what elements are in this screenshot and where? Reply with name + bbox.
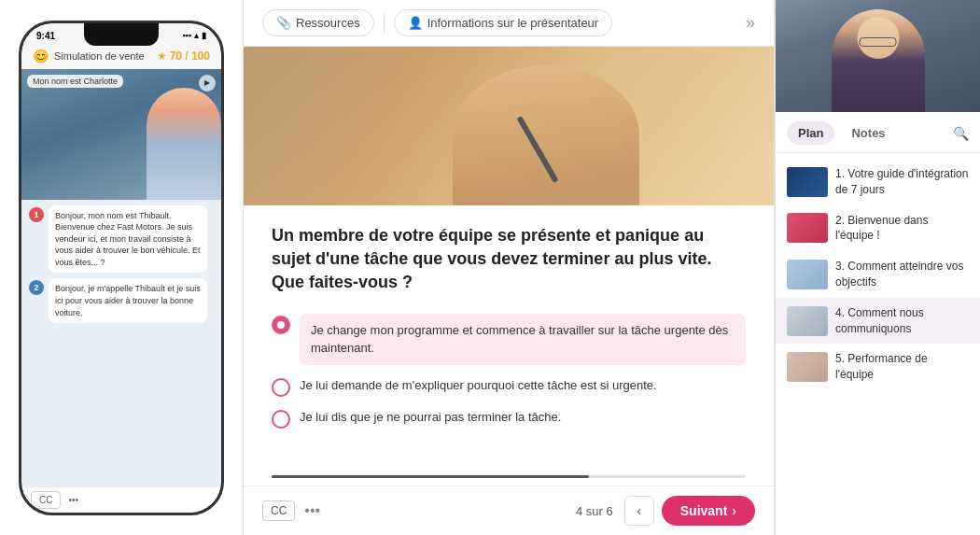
content-area: Un membre de votre équipe se présente et… bbox=[244, 47, 774, 535]
slide-list: 1. Votre guide d'intégration de 7 jours … bbox=[776, 153, 980, 535]
search-icon[interactable]: 🔍 bbox=[953, 126, 969, 141]
phone-status-icons: ▪▪▪ ▴ ▮ bbox=[182, 31, 206, 40]
nav-chevron-right-icon[interactable]: » bbox=[746, 13, 755, 33]
slide-thumb-1 bbox=[787, 167, 828, 197]
phone-notch bbox=[84, 23, 159, 46]
phone-chat: 1 Bonjour, mon nom est Thibault. Bienven… bbox=[21, 200, 221, 486]
phone-frame: 9:41 ▪▪▪ ▴ ▮ 😊 Simulation de vente ★ 70 … bbox=[19, 21, 224, 515]
option-item-1[interactable]: Je change mon programme et commence à tr… bbox=[272, 314, 746, 365]
top-nav: 📎 Ressources 👤 Informations sur le prése… bbox=[244, 0, 774, 47]
slide-item-text-3: 3. Comment atteindre vos objectifs bbox=[835, 259, 969, 290]
sidebar-tabs: Plan Notes 🔍 bbox=[776, 112, 980, 153]
phone-app-title: Simulation de vente bbox=[54, 50, 145, 62]
more-options-button[interactable]: ••• bbox=[304, 502, 320, 519]
play-button[interactable]: ▶ bbox=[199, 75, 216, 92]
page-info: 4 sur 6 bbox=[576, 504, 613, 518]
presenter-info-tab[interactable]: 👤 Informations sur le présentateur bbox=[394, 9, 613, 36]
phone-time: 9:41 bbox=[36, 31, 55, 41]
chat-num-1: 1 bbox=[29, 207, 44, 222]
phone-video-area[interactable]: Mon nom est Charlotte ▶ bbox=[21, 69, 221, 200]
chat-num-2: 2 bbox=[29, 280, 44, 295]
question-section: Un membre de votre équipe se présente et… bbox=[244, 205, 774, 475]
resources-label: Ressources bbox=[296, 16, 360, 30]
slide-item-4[interactable]: 4. Comment nous communiquons bbox=[776, 298, 980, 345]
radio-btn-2[interactable] bbox=[272, 378, 290, 397]
slide-item-5[interactable]: 5. Performance de l'équipe bbox=[776, 344, 980, 390]
presenter-icon: 👤 bbox=[408, 16, 423, 30]
chat-text-2: Bonjour, je m'appelle Thibault et je sui… bbox=[49, 278, 207, 323]
phone-dots-btn[interactable]: ••• bbox=[68, 495, 78, 505]
bottom-bar: CC ••• 4 sur 6 ‹ Suivant › bbox=[244, 486, 774, 535]
bottom-nav-buttons: ‹ Suivant › bbox=[624, 496, 755, 526]
video-bg bbox=[21, 69, 221, 200]
resources-tab[interactable]: 📎 Ressources bbox=[262, 9, 374, 36]
phone-screen: 9:41 ▪▪▪ ▴ ▮ 😊 Simulation de vente ★ 70 … bbox=[21, 23, 221, 513]
phone-app-header: 😊 Simulation de vente ★ 70 / 100 bbox=[21, 45, 221, 69]
radio-btn-3[interactable] bbox=[272, 410, 290, 429]
option-text-3: Je lui dis que je ne pourrai pas termine… bbox=[300, 408, 561, 427]
phone-section: 9:41 ▪▪▪ ▴ ▮ 😊 Simulation de vente ★ 70 … bbox=[0, 0, 243, 535]
center-section: 📎 Ressources 👤 Informations sur le prése… bbox=[243, 0, 775, 535]
progress-bar-fill bbox=[272, 475, 589, 478]
slide-item-text-4: 4. Comment nous communiquons bbox=[835, 305, 969, 337]
right-sidebar: Plan Notes 🔍 1. Votre guide d'intégratio… bbox=[775, 0, 980, 535]
slide-item-1[interactable]: 1. Votre guide d'intégration de 7 jours bbox=[776, 159, 980, 205]
phone-emoji: 😊 bbox=[33, 49, 49, 63]
slide-item-2[interactable]: 2. Bienvenue dans l'équipe ! bbox=[776, 205, 980, 252]
nav-separator bbox=[384, 14, 385, 33]
tab-plan[interactable]: Plan bbox=[787, 121, 834, 145]
option-item-2[interactable]: Je lui demande de m'expliquer pourquoi c… bbox=[272, 376, 746, 397]
slide-thumb-5 bbox=[787, 352, 828, 382]
presenter-figure bbox=[832, 9, 925, 112]
presenter-info-label: Informations sur le présentateur bbox=[427, 16, 599, 30]
phone-cc-label[interactable]: CC bbox=[31, 491, 61, 509]
next-icon: › bbox=[732, 503, 736, 518]
slide-item-3[interactable]: 3. Comment atteindre vos objectifs bbox=[776, 251, 980, 298]
charlotte-label: Mon nom est Charlotte bbox=[27, 75, 123, 88]
slide-item-text-5: 5. Performance de l'équipe bbox=[835, 351, 969, 383]
chat-text-1: Bonjour, mon nom est Thibault. Bienvenue… bbox=[49, 205, 207, 274]
battery-icon: ▮ bbox=[202, 31, 206, 40]
wifi-icon: ▴ bbox=[194, 31, 199, 40]
phone-bottom-bar: CC ••• bbox=[21, 486, 221, 513]
slide-item-text-1: 1. Votre guide d'intégration de 7 jours bbox=[835, 166, 969, 198]
next-button[interactable]: Suivant › bbox=[662, 496, 755, 526]
option-text-1: Je change mon programme et commence à tr… bbox=[300, 314, 746, 365]
presenter-video bbox=[776, 0, 980, 112]
tab-notes[interactable]: Notes bbox=[840, 121, 896, 145]
option-text-2: Je lui demande de m'expliquer pourquoi c… bbox=[300, 376, 657, 395]
option-item-3[interactable]: Je lui dis que je ne pourrai pas termine… bbox=[272, 408, 746, 429]
progress-bar-container bbox=[244, 475, 774, 478]
options-list: Je change mon programme et commence à tr… bbox=[272, 314, 746, 429]
question-text: Un membre de votre équipe se présente et… bbox=[272, 224, 746, 295]
slide-thumb-4 bbox=[787, 306, 828, 336]
presenter-glasses bbox=[860, 37, 897, 47]
hero-image bbox=[244, 47, 774, 205]
signal-icon: ▪▪▪ bbox=[182, 31, 191, 40]
presenter-head bbox=[857, 17, 899, 59]
play-icon: ▶ bbox=[204, 78, 210, 87]
prev-button[interactable]: ‹ bbox=[624, 496, 654, 526]
chat-bubble-2: 2 Bonjour, je m'appelle Thibault et je s… bbox=[29, 278, 214, 323]
star-score: ★ 70 / 100 bbox=[157, 49, 210, 63]
radio-btn-1[interactable] bbox=[272, 316, 290, 334]
charlotte-figure bbox=[147, 88, 221, 200]
star-icon: ★ bbox=[157, 49, 167, 63]
progress-bar-track bbox=[272, 475, 746, 478]
chat-bubble-1: 1 Bonjour, mon nom est Thibault. Bienven… bbox=[29, 205, 214, 274]
slide-thumb-2 bbox=[787, 213, 828, 243]
main-container: 9:41 ▪▪▪ ▴ ▮ 😊 Simulation de vente ★ 70 … bbox=[0, 0, 980, 535]
slide-item-text-2: 2. Bienvenue dans l'équipe ! bbox=[835, 213, 969, 245]
score-text: 70 / 100 bbox=[170, 49, 210, 63]
resources-icon: 📎 bbox=[276, 16, 291, 30]
slide-thumb-3 bbox=[787, 260, 828, 289]
cc-button[interactable]: CC bbox=[262, 500, 295, 521]
hero-hand bbox=[453, 65, 639, 205]
next-label: Suivant bbox=[680, 503, 728, 518]
